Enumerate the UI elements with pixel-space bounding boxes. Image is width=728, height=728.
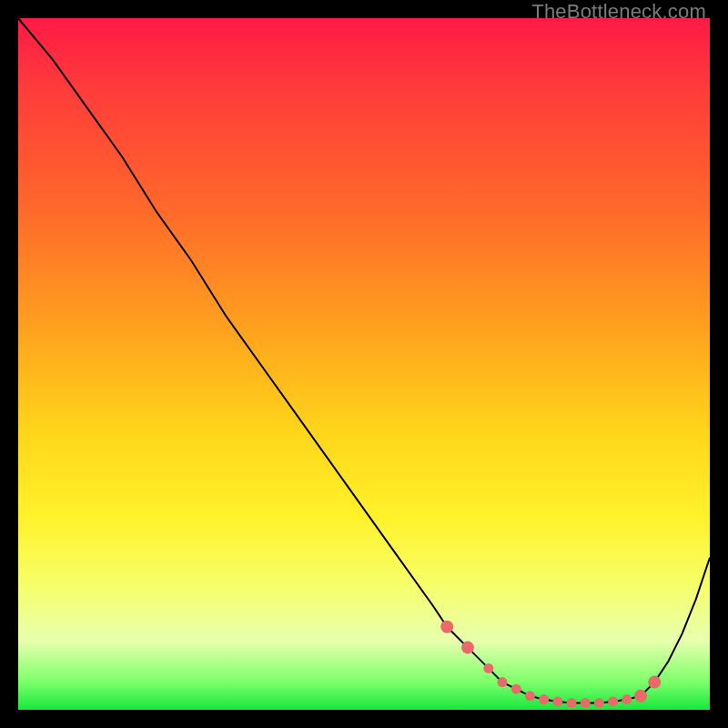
marker-point	[648, 676, 661, 689]
marker-point	[498, 677, 508, 687]
chart-svg	[18, 18, 710, 710]
marker-point	[461, 642, 474, 654]
chart-stage: TheBottleneck.com	[0, 0, 728, 728]
marker-point	[511, 684, 521, 694]
bottleneck-curve	[18, 18, 710, 703]
marker-point	[608, 696, 618, 706]
marker-point	[539, 694, 549, 704]
marker-point	[440, 621, 453, 633]
marker-point	[552, 696, 562, 706]
marker-point	[567, 698, 577, 708]
marker-point	[594, 698, 604, 708]
plot-area	[18, 18, 710, 710]
marker-point	[525, 691, 535, 701]
marker-point	[622, 694, 632, 704]
optimal-markers	[440, 621, 661, 708]
marker-point	[634, 690, 647, 703]
marker-point	[581, 698, 591, 708]
marker-point	[483, 663, 493, 673]
